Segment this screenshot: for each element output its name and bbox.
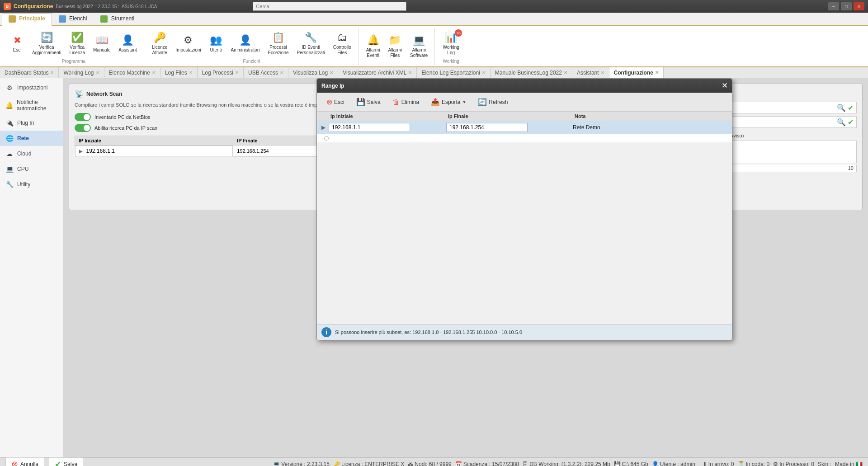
ribbon-btn-allarmi-software[interactable]: 💻 AllarmiSoftware bbox=[407, 32, 431, 61]
dialog-title: Range Ip bbox=[321, 83, 344, 89]
tab-usb-access-label: USB Access bbox=[248, 70, 278, 76]
tab-configurazione[interactable]: Configurazione ✕ bbox=[609, 67, 664, 78]
import-nomi-search-icon[interactable]: 🔍 bbox=[837, 118, 846, 127]
sidebar-item-plugin[interactable]: 🔌 Plug In bbox=[0, 115, 63, 131]
events-icon: 🔧 bbox=[305, 31, 317, 44]
dialog-table-row[interactable]: ▶ Rete Demo bbox=[317, 121, 732, 134]
import-nomi-check-icon[interactable]: ✔ bbox=[848, 118, 854, 127]
tab-manuale-2022[interactable]: Manuale BusinessLog 2022 ✕ bbox=[491, 67, 572, 78]
ribbon-btn-verifica-aggiornamenti-label: VerificaAggiornamenti bbox=[32, 45, 61, 56]
ribbon-btn-verifica-aggiornamenti[interactable]: 🔄 VerificaAggiornamenti bbox=[29, 29, 64, 58]
sidebar-item-cloud[interactable]: ☁ Cloud bbox=[0, 146, 63, 161]
ribbon-btn-allarmi-eventi[interactable]: 🔔 AllarmiEventi bbox=[363, 32, 383, 61]
ribbon-btn-assistant[interactable]: 👤 Assistant bbox=[115, 32, 140, 55]
tab-elenco-log-esp[interactable]: Elenco Log Esportazioni ✕ bbox=[417, 67, 490, 78]
assistant-icon: 👤 bbox=[122, 34, 134, 47]
sidebar-item-rete[interactable]: 🌐 Rete bbox=[0, 131, 63, 146]
tab-configurazione-close[interactable]: ✕ bbox=[655, 70, 659, 75]
ribbon-btn-manuale[interactable]: 📖 Manuale bbox=[90, 32, 113, 55]
network-scan-title-text: Network Scan bbox=[86, 91, 122, 97]
tab-visualizzatore-xml[interactable]: Visualizzatore Archivi XML ✕ bbox=[338, 67, 417, 78]
manual-icon: 📖 bbox=[95, 34, 108, 47]
dialog-ip-start-input[interactable] bbox=[329, 123, 410, 132]
ribbon-btn-amministratori[interactable]: 👤 Amministratori bbox=[228, 32, 263, 55]
tab-elenco-macchine[interactable]: Elenco Macchine ✕ bbox=[104, 67, 160, 78]
dialog-close-button[interactable]: ✕ bbox=[722, 81, 727, 90]
ribbon-btn-utenti[interactable]: 👥 Utenti bbox=[206, 32, 226, 55]
esporta-dropdown-icon[interactable]: ▼ bbox=[462, 100, 466, 104]
titlebar-version: BusinessLog 2022 :: 2.23.3.15 :: ASUS G1… bbox=[56, 4, 157, 9]
statusbar-version: 💻 Versione : 2.23.3.15 bbox=[273, 461, 330, 466]
dialog-esci-button[interactable]: ⊗ Esci bbox=[321, 95, 349, 108]
ribbon-btn-working-log[interactable]: 📊 WorkingLog 16 bbox=[439, 29, 462, 58]
ribbon-group-working: 📊 WorkingLog 16 Working bbox=[436, 28, 466, 65]
bell-icon: 🔔 bbox=[5, 101, 13, 109]
in-processo-icon: ⚙ bbox=[773, 461, 778, 466]
ribbon-btn-utenti-label: Utenti bbox=[210, 47, 222, 53]
maximize-button[interactable]: □ bbox=[841, 2, 852, 10]
sidebar-item-utility[interactable]: 🔧 Utility bbox=[0, 177, 63, 192]
tab-log-processi-close[interactable]: ✕ bbox=[235, 70, 239, 75]
tab-elenco-macchine-close[interactable]: ✕ bbox=[152, 70, 156, 75]
tab-working-log-close[interactable]: ✕ bbox=[96, 70, 99, 75]
toggle-netbios-label: Inventario PC da NetBios bbox=[94, 114, 151, 120]
ribbon-tab-principale[interactable]: Principale bbox=[2, 13, 52, 26]
tab-usb-access-close[interactable]: ✕ bbox=[280, 70, 283, 75]
tab-assistant-close[interactable]: ✕ bbox=[601, 70, 604, 75]
ribbon-btn-controllo-files[interactable]: 🗂 ControlloFiles bbox=[330, 29, 354, 58]
row-expand-arrow[interactable]: ▶ bbox=[79, 149, 83, 154]
ribbon-btn-id-eventi[interactable]: 🔧 ID EventiPersonalizzati bbox=[294, 29, 328, 58]
ribbon-btn-esci[interactable]: ✖ Esci bbox=[7, 32, 27, 55]
tab-dashboard[interactable]: DashBoard Status ✕ bbox=[0, 67, 59, 78]
tab-working-log[interactable]: Working Log ✕ bbox=[59, 67, 104, 78]
search-input[interactable] bbox=[253, 2, 406, 11]
files-icon: 🗂 bbox=[336, 31, 349, 44]
ribbon: ✖ Esci 🔄 VerificaAggiornamenti ✅ Verific… bbox=[0, 26, 868, 67]
ribbon-btn-processi[interactable]: 📋 ProcessiEccezione bbox=[264, 29, 292, 58]
ribbon-tab-strumenti[interactable]: Strumenti bbox=[94, 13, 141, 25]
tab-manuale-2022-close[interactable]: ✕ bbox=[564, 70, 567, 75]
user-icon: 👤 bbox=[652, 461, 659, 466]
dialog-refresh-button[interactable]: 🔄 Refresh bbox=[473, 95, 513, 108]
sidebar-item-cpu[interactable]: 💻 CPU bbox=[0, 161, 63, 177]
sidebar-item-notifiche[interactable]: 🔔 Notifiche automatiche bbox=[0, 95, 63, 115]
close-button[interactable]: ✕ bbox=[854, 2, 864, 10]
users-icon: 👥 bbox=[210, 34, 222, 47]
dialog-esporta-button[interactable]: 📤 Esporta ▼ bbox=[426, 95, 471, 108]
tab-assistant[interactable]: Assistant ✕ bbox=[572, 67, 609, 78]
annulla-button[interactable]: ⊗ Annulla bbox=[5, 457, 44, 466]
tab-log-files-label: Log Files bbox=[165, 70, 187, 76]
dialog-elimina-button[interactable]: 🗑 Elimina bbox=[387, 96, 424, 108]
tab-visualizzatore-xml-close[interactable]: ✕ bbox=[408, 70, 412, 75]
tab-log-files[interactable]: Log Files ✕ bbox=[160, 67, 198, 78]
ribbon-group-programma-label: Programma bbox=[7, 59, 140, 64]
in-coda-icon: ⏳ bbox=[738, 461, 745, 466]
tab-dashboard-close[interactable]: ✕ bbox=[50, 70, 54, 75]
ribbon-btn-verifica-licenza[interactable]: ✅ VerificaLicenza bbox=[66, 29, 88, 58]
dialog-nota-cell: Rete Demo bbox=[573, 124, 663, 131]
ribbon-btn-impostazioni[interactable]: ⚙ Impostazioni bbox=[172, 32, 204, 55]
dialog-ip-end-input[interactable] bbox=[446, 123, 528, 132]
statusbar-drive: 💾 C:\ 645 Gb bbox=[614, 461, 648, 466]
import-dns-check-icon[interactable]: ✔ bbox=[848, 104, 854, 112]
sidebar-item-impostazioni[interactable]: ⚙ Impostazioni bbox=[0, 80, 63, 95]
tabs-bar: DashBoard Status ✕ Working Log ✕ Elenco … bbox=[0, 67, 868, 78]
tab-log-files-close[interactable]: ✕ bbox=[189, 70, 193, 75]
utility-icon: 🔧 bbox=[5, 180, 14, 188]
tab-elenco-log-esp-close[interactable]: ✕ bbox=[482, 70, 486, 75]
salva-button[interactable]: ✔ Salva bbox=[49, 457, 83, 466]
ribbon-tab-elenchi[interactable]: Elenchi bbox=[52, 13, 94, 25]
ribbon-btn-allarmi-files[interactable]: 📁 AllarmiFiles bbox=[385, 32, 405, 61]
toggle-ip-scan[interactable] bbox=[75, 124, 91, 132]
tab-log-processi[interactable]: Log Processi ✕ bbox=[198, 67, 244, 78]
minimize-button[interactable]: − bbox=[828, 2, 839, 10]
ribbon-allarmi-buttons: 🔔 AllarmiEventi 📁 AllarmiFiles 💻 Allarmi… bbox=[363, 29, 431, 63]
ribbon-btn-amministratori-label: Amministratori bbox=[231, 47, 260, 53]
tab-visualizza-log[interactable]: Visualizza Log ✕ bbox=[288, 67, 338, 78]
tab-usb-access[interactable]: USB Access ✕ bbox=[244, 67, 288, 78]
ribbon-btn-licenze[interactable]: 🔑 LicenzeAttivate bbox=[149, 29, 170, 58]
import-dns-search-icon[interactable]: 🔍 bbox=[837, 104, 846, 112]
dialog-salva-button[interactable]: 💾 Salva bbox=[351, 95, 386, 108]
tab-visualizza-log-close[interactable]: ✕ bbox=[330, 70, 333, 75]
toggle-netbios[interactable] bbox=[75, 113, 91, 121]
